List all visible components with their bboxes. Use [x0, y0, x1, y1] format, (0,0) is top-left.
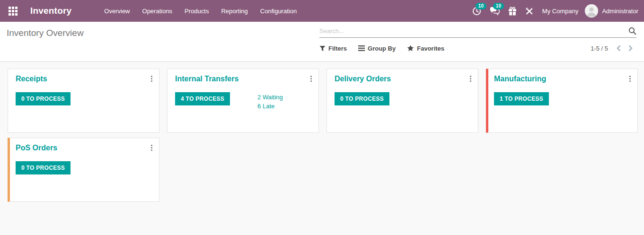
activity-count-badge: 10 — [476, 3, 486, 9]
late-link[interactable]: 6 Late — [257, 102, 283, 111]
menu-item-operations[interactable]: Operations — [136, 0, 179, 22]
card-title[interactable]: Receipts — [16, 75, 151, 83]
rewards-button[interactable] — [504, 4, 521, 18]
user-menu[interactable]: Administrator — [585, 4, 638, 17]
pager-next-button[interactable] — [625, 44, 636, 52]
card-options-kebab-icon[interactable] — [150, 144, 153, 152]
search-bar — [319, 27, 636, 38]
developer-tools-button[interactable] — [521, 4, 538, 18]
card-title[interactable]: Delivery Orders — [335, 75, 470, 83]
to-process-button[interactable]: 0 TO PROCESS — [335, 92, 389, 105]
menu-item-reporting[interactable]: Reporting — [215, 0, 254, 22]
search-icon[interactable] — [628, 27, 636, 35]
kanban-card-receipts: Receipts 0 TO PROCESS — [8, 69, 159, 133]
card-options-kebab-icon[interactable] — [628, 75, 632, 83]
card-options-kebab-icon[interactable] — [150, 75, 153, 83]
kanban-view: Receipts 0 TO PROCESS Internal Transfers… — [0, 62, 644, 209]
pager-previous-button[interactable] — [613, 44, 625, 52]
menu-item-overview[interactable]: Overview — [98, 0, 136, 22]
kanban-card-internal-transfers: Internal Transfers 4 TO PROCESS 2 Waitin… — [167, 69, 319, 133]
card-options-kebab-icon[interactable] — [469, 75, 472, 83]
pager-range: 1-5 / 5 — [591, 45, 608, 52]
apps-menu-button[interactable] — [5, 3, 21, 19]
messages-button[interactable]: 10 — [485, 4, 504, 18]
control-panel: Inventory Overview Filters — [0, 22, 644, 62]
main-menu: Overview Operations Products Reporting C… — [98, 0, 303, 22]
menu-item-products[interactable]: Products — [178, 0, 215, 22]
activities-button[interactable]: 10 — [468, 4, 485, 18]
filters-label: Filters — [328, 45, 347, 52]
pager: 1-5 / 5 — [591, 44, 636, 52]
user-name: Administrator — [602, 8, 638, 15]
favorites-label: Favorites — [417, 45, 444, 52]
to-process-button[interactable]: 0 TO PROCESS — [16, 161, 71, 174]
waiting-link[interactable]: 2 Waiting — [257, 93, 283, 102]
card-options-kebab-icon[interactable] — [309, 75, 313, 83]
filter-funnel-icon — [319, 45, 326, 52]
group-by-button[interactable]: Group By — [358, 45, 396, 52]
tools-icon — [525, 7, 533, 15]
to-process-button[interactable]: 4 TO PROCESS — [175, 92, 230, 105]
kanban-card-manufacturing: Manufacturing 1 TO PROCESS — [486, 69, 638, 133]
filters-button[interactable]: Filters — [319, 45, 347, 52]
message-count-badge: 10 — [493, 3, 504, 9]
star-icon — [407, 45, 414, 52]
kanban-card-pos-orders: PoS Orders 0 TO PROCESS — [8, 138, 159, 202]
to-process-button[interactable]: 0 TO PROCESS — [16, 92, 71, 105]
menu-item-configuration[interactable]: Configuration — [254, 0, 303, 22]
chevron-right-icon — [628, 45, 633, 52]
breadcrumb: Inventory Overview — [7, 22, 84, 61]
user-avatar — [585, 4, 598, 17]
gift-icon — [508, 7, 517, 16]
app-title: Inventory — [30, 6, 71, 16]
to-process-button[interactable]: 1 TO PROCESS — [494, 92, 549, 105]
card-title[interactable]: PoS Orders — [16, 144, 151, 152]
card-title[interactable]: Manufacturing — [494, 75, 630, 83]
company-switcher[interactable]: My Company — [542, 8, 579, 15]
apps-grid-icon — [9, 7, 18, 16]
group-by-label: Group By — [368, 45, 396, 52]
search-input[interactable] — [319, 27, 628, 35]
systray: 10 10 — [468, 4, 638, 18]
kanban-card-delivery-orders: Delivery Orders 0 TO PROCESS — [326, 69, 478, 133]
card-status-links: 2 Waiting 6 Late — [257, 92, 283, 111]
favorites-button[interactable]: Favorites — [407, 45, 444, 52]
chevron-left-icon — [617, 45, 621, 52]
group-by-icon — [358, 45, 365, 51]
top-navbar: Inventory Overview Operations Products R… — [0, 0, 644, 22]
card-title[interactable]: Internal Transfers — [175, 75, 311, 83]
